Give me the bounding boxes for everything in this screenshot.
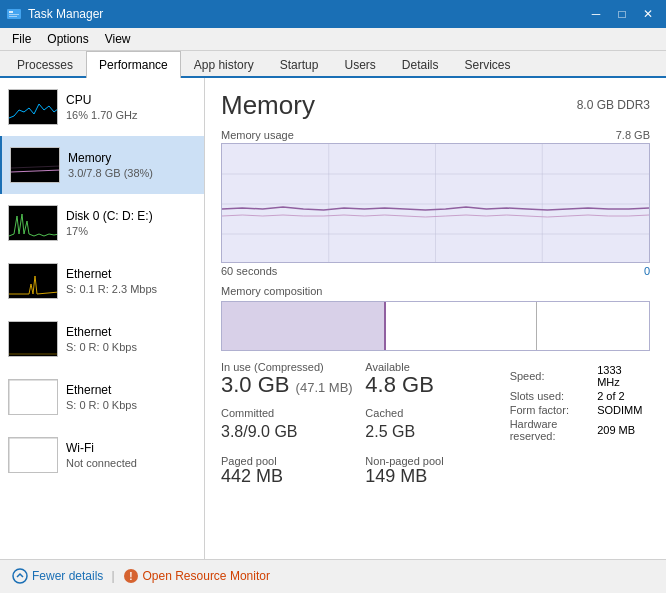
wifi-thumbnail [8,437,58,473]
comp-free [537,302,639,350]
ethernet1-detail: S: 0.1 R: 2.3 Mbps [66,283,196,295]
sidebar: CPU 16% 1.70 GHz Memory 3.0/7.8 GB (38%) [0,78,205,559]
ethernet1-name: Ethernet [66,267,196,281]
svg-rect-10 [9,322,58,357]
tab-startup[interactable]: Startup [267,51,332,78]
time-label: 60 seconds 0 [221,265,650,277]
hw-reserved-label: Hardware reserved: [510,417,598,443]
hw-reserved-value: 209 MB [597,417,650,443]
ethernet2-name: Ethernet [66,325,196,339]
open-monitor-text: Open Resource Monitor [143,569,270,583]
disk-detail: 17% [66,225,196,237]
wifi-detail: Not connected [66,457,196,469]
paged-pool-value: 442 MB [221,467,361,487]
sidebar-item-ethernet3[interactable]: Ethernet S: 0 R: 0 Kbps [0,368,204,426]
tab-app-history[interactable]: App history [181,51,267,78]
wifi-name: Wi-Fi [66,441,196,455]
title-bar-controls: ─ □ ✕ [584,5,660,23]
stat-cached: Cached 2.5 GB [365,407,505,443]
slots-label: Slots used: [510,389,598,403]
composition-section: Memory composition [221,285,650,351]
time-end: 0 [644,265,650,277]
committed-value: 3.8/9.0 GB [221,419,361,441]
ethernet1-thumbnail [8,263,58,299]
in-use-value: 3.0 GB (47.1 MB) [221,373,361,397]
maximize-button[interactable]: □ [610,5,634,23]
cpu-name: CPU [66,93,196,107]
non-paged-pool-value: 149 MB [365,467,505,487]
prop-speed: Speed: 1333 MHz [510,363,650,389]
svg-rect-1 [9,11,13,13]
prop-slots: Slots used: 2 of 2 [510,389,650,403]
title-bar: Task Manager ─ □ ✕ [0,0,666,28]
minimize-button[interactable]: ─ [584,5,608,23]
form-factor-label: Form factor: [510,403,598,417]
sidebar-item-ethernet2[interactable]: Ethernet S: 0 R: 0 Kbps [0,310,204,368]
bottom-bar: Fewer details | ! Open Resource Monitor [0,559,666,591]
stats-grid: In use (Compressed) 3.0 GB (47.1 MB) Ava… [221,361,650,487]
memory-name: Memory [68,151,196,165]
ethernet3-name: Ethernet [66,383,196,397]
fewer-details-text: Fewer details [32,569,103,583]
prop-hw-reserved: Hardware reserved: 209 MB [510,417,650,443]
menu-options[interactable]: Options [39,30,96,48]
sidebar-item-wifi[interactable]: Wi-Fi Not connected [0,426,204,484]
sidebar-item-cpu[interactable]: CPU 16% 1.70 GHz [0,78,204,136]
open-monitor-link[interactable]: ! Open Resource Monitor [123,568,270,584]
ethernet3-detail: S: 0 R: 0 Kbps [66,399,196,411]
time-start: 60 seconds [221,265,277,277]
main-content: CPU 16% 1.70 GHz Memory 3.0/7.8 GB (38%) [0,78,666,559]
memory-sidebar-text: Memory 3.0/7.8 GB (38%) [68,151,196,179]
fewer-details-icon [12,568,28,584]
svg-rect-2 [9,14,19,15]
bottom-divider: | [111,569,114,583]
sidebar-item-disk[interactable]: Disk 0 (C: D: E:) 17% [0,194,204,252]
stat-available: Available 4.8 GB [365,361,505,399]
in-use-sub: (47.1 MB) [296,380,353,395]
stat-in-use: In use (Compressed) 3.0 GB (47.1 MB) [221,361,361,399]
chart-max-text: 7.8 GB [616,129,650,141]
stat-committed: Committed 3.8/9.0 GB [221,407,361,443]
tab-services[interactable]: Services [452,51,524,78]
form-factor-value: SODIMM [597,403,650,417]
tab-details[interactable]: Details [389,51,452,78]
svg-rect-13 [9,438,58,473]
committed-label: Committed [221,407,361,419]
tab-processes[interactable]: Processes [4,51,86,78]
menu-view[interactable]: View [97,30,139,48]
open-monitor-icon: ! [123,568,139,584]
cpu-detail: 16% 1.70 GHz [66,109,196,121]
panel-title: Memory [221,90,315,121]
panel-subtitle: 8.0 GB DDR3 [577,90,650,112]
cached-label: Cached [365,407,505,419]
menu-file[interactable]: File [4,30,39,48]
tab-users[interactable]: Users [331,51,388,78]
ethernet1-sidebar-text: Ethernet S: 0.1 R: 2.3 Mbps [66,267,196,295]
cpu-sidebar-text: CPU 16% 1.70 GHz [66,93,196,121]
speed-label: Speed: [510,363,598,389]
fewer-details-link[interactable]: Fewer details [12,568,103,584]
ethernet3-thumbnail [8,379,58,415]
svg-rect-12 [9,380,58,415]
ethernet2-thumbnail [8,321,58,357]
composition-bar [221,301,650,351]
properties-col: Speed: 1333 MHz Slots used: 2 of 2 Form … [510,361,650,443]
tab-performance[interactable]: Performance [86,51,181,78]
right-panel: Memory 8.0 GB DDR3 Memory usage 7.8 GB [205,78,666,559]
chart-label-text: Memory usage [221,129,294,141]
menu-bar: File Options View [0,28,666,51]
svg-rect-3 [9,16,17,17]
sidebar-item-ethernet1[interactable]: Ethernet S: 0.1 R: 2.3 Mbps [0,252,204,310]
svg-rect-5 [11,148,60,183]
ethernet3-sidebar-text: Ethernet S: 0 R: 0 Kbps [66,383,196,411]
prop-form-factor: Form factor: SODIMM [510,403,650,417]
cpu-thumbnail [8,89,58,125]
memory-detail: 3.0/7.8 GB (38%) [68,167,196,179]
title-bar-title: Task Manager [28,7,578,21]
properties-table: Speed: 1333 MHz Slots used: 2 of 2 Form … [510,363,650,443]
svg-point-20 [13,569,27,583]
close-button[interactable]: ✕ [636,5,660,23]
sidebar-item-memory[interactable]: Memory 3.0/7.8 GB (38%) [0,136,204,194]
comp-in-use [222,302,384,350]
ethernet2-detail: S: 0 R: 0 Kbps [66,341,196,353]
